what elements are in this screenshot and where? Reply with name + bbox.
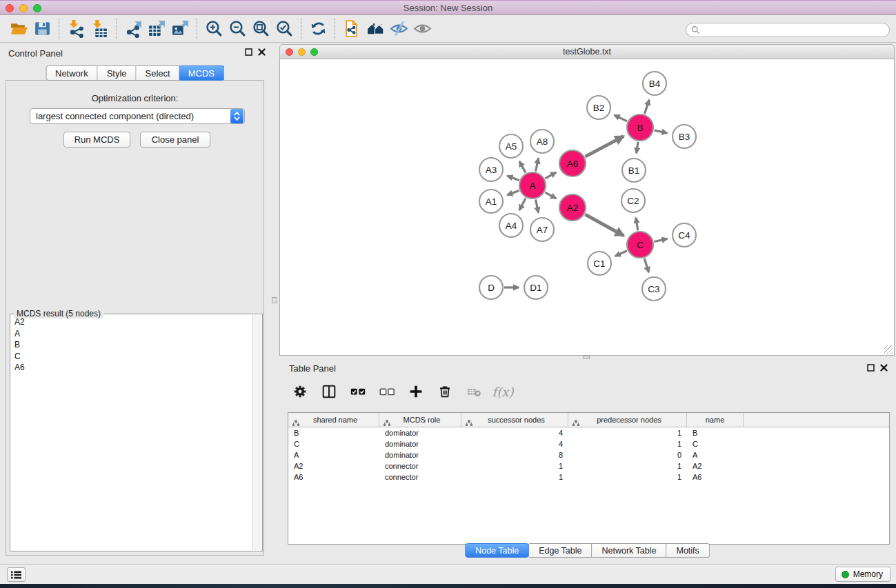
show-all-icon[interactable]: [410, 18, 434, 40]
close-panel-icon[interactable]: [880, 364, 888, 372]
zoom-fit-icon[interactable]: [249, 18, 272, 40]
table-cell[interactable]: 4: [461, 440, 568, 448]
graph-edge-A-A6[interactable]: [545, 172, 556, 179]
first-neighbors-icon[interactable]: [364, 18, 387, 40]
refresh-icon[interactable]: [306, 18, 330, 40]
graph-edge-C-C2[interactable]: [636, 218, 638, 231]
table-cell[interactable]: C: [687, 440, 744, 448]
table-cell[interactable]: A2: [288, 462, 379, 470]
memory-button[interactable]: Memory: [835, 567, 890, 582]
table-cell[interactable]: dominator: [379, 429, 461, 437]
column-header-predecessor-nodes[interactable]: predecessor nodes: [568, 413, 687, 427]
new-network-from-selection-icon[interactable]: [340, 18, 364, 40]
network-canvas[interactable]: AA1A3A5A8A4A7A6A2BB1B2B3B4CC1C2C3C4DD1: [279, 59, 895, 356]
graph-edge-A-A8[interactable]: [535, 158, 538, 171]
table-cell[interactable]: C: [288, 440, 379, 448]
import-network-icon[interactable]: [64, 18, 88, 40]
hide-selected-icon[interactable]: [387, 18, 410, 40]
tab-network[interactable]: Network: [46, 65, 98, 81]
table-cell[interactable]: 8: [461, 451, 568, 459]
table-cell[interactable]: dominator: [379, 440, 461, 448]
open-session-icon[interactable]: [7, 18, 30, 40]
table-cell[interactable]: 0: [568, 451, 687, 459]
table-cell[interactable]: B: [288, 429, 379, 437]
tab-edge-table[interactable]: Edge Table: [529, 543, 592, 558]
select-all-icon[interactable]: [348, 382, 368, 401]
graph-edge-A-A1[interactable]: [507, 191, 519, 196]
zoom-out-icon[interactable]: [226, 18, 249, 40]
column-header-successor-nodes[interactable]: successor nodes: [461, 413, 568, 427]
table-cell[interactable]: A6: [288, 473, 379, 481]
column-view-icon[interactable]: [319, 382, 339, 401]
list-item[interactable]: B: [12, 339, 252, 351]
table-cell[interactable]: dominator: [379, 451, 461, 459]
delete-table-icon[interactable]: [464, 382, 484, 401]
column-header-shared-name[interactable]: shared name: [288, 413, 379, 427]
frame-resize-grip[interactable]: [884, 345, 893, 354]
list-scrollbar[interactable]: [252, 315, 261, 550]
tab-node-table[interactable]: Node Table: [465, 543, 529, 558]
table-cell[interactable]: connector: [379, 473, 461, 481]
table-cell[interactable]: 1: [568, 440, 687, 448]
function-builder-icon[interactable]: f(x): [493, 382, 512, 401]
graph-edge-B-B2[interactable]: [615, 115, 628, 121]
list-item[interactable]: C: [12, 351, 252, 363]
table-cell[interactable]: 1: [568, 429, 687, 437]
export-image-icon[interactable]: [168, 18, 192, 40]
export-table-icon[interactable]: [145, 18, 168, 40]
table-cell[interactable]: A2: [687, 462, 744, 470]
float-panel-icon[interactable]: [867, 364, 875, 372]
graph-edge-A6-B[interactable]: [586, 136, 624, 157]
tab-style[interactable]: Style: [98, 65, 137, 81]
column-header-name[interactable]: name: [687, 413, 744, 427]
table-cell[interactable]: 1: [461, 462, 568, 470]
table-row[interactable]: Cdominator41C: [288, 438, 889, 449]
delete-column-icon[interactable]: [435, 382, 455, 401]
graph-edge-B-B4[interactable]: [645, 100, 650, 114]
task-history-button[interactable]: [7, 567, 26, 582]
import-table-icon[interactable]: [88, 18, 111, 40]
table-row[interactable]: Adominator80A: [288, 449, 889, 460]
table-row[interactable]: A6connector11A6: [288, 472, 889, 483]
deselect-all-icon[interactable]: [377, 382, 397, 401]
tab-motifs[interactable]: Motifs: [666, 543, 709, 558]
table-cell[interactable]: A: [687, 451, 744, 459]
table-cell[interactable]: 4: [461, 429, 568, 437]
graph-edge-C-C4[interactable]: [655, 239, 668, 241]
list-item[interactable]: A2: [12, 316, 252, 328]
add-column-icon[interactable]: [406, 382, 426, 401]
list-item[interactable]: A6: [12, 362, 252, 374]
tab-network-table[interactable]: Network Table: [593, 543, 667, 558]
table-cell[interactable]: 1: [568, 462, 687, 470]
table-cell[interactable]: B: [687, 429, 744, 437]
zoom-selected-icon[interactable]: [272, 18, 296, 40]
criterion-dropdown[interactable]: largest connected component (directed): [30, 108, 245, 124]
graph-edge-A-A4[interactable]: [519, 199, 526, 210]
settings-gear-icon[interactable]: [290, 382, 310, 401]
table-cell[interactable]: 1: [461, 473, 568, 481]
divider-grip[interactable]: [583, 356, 590, 359]
graph-edge-A-A3[interactable]: [507, 176, 519, 181]
tab-mcds[interactable]: MCDS: [179, 65, 224, 81]
zoom-in-icon[interactable]: [202, 18, 226, 40]
close-panel-icon[interactable]: [258, 48, 266, 56]
table-cell[interactable]: 1: [568, 473, 687, 481]
run-mcds-button[interactable]: Run MCDS: [63, 132, 130, 148]
mcds-result-list[interactable]: A2 A B C A6: [12, 316, 252, 549]
node-table[interactable]: shared nameMCDS rolesuccessor nodesprede…: [288, 412, 890, 545]
graph-edge-A-A7[interactable]: [535, 200, 538, 213]
tab-select[interactable]: Select: [137, 65, 180, 81]
graph-edge-C-C1[interactable]: [615, 251, 627, 256]
float-panel-icon[interactable]: [245, 48, 252, 56]
graph-edge-B-B1[interactable]: [637, 142, 638, 153]
vertical-split-divider[interactable]: [270, 43, 279, 564]
save-session-icon[interactable]: [30, 18, 54, 40]
search-input[interactable]: [686, 23, 890, 37]
table-row[interactable]: A2connector11A2: [288, 460, 889, 472]
table-cell[interactable]: A6: [687, 473, 744, 481]
export-network-icon[interactable]: [121, 18, 145, 40]
graph-edge-C-C3[interactable]: [644, 258, 648, 272]
graph-edge-A2-C[interactable]: [585, 214, 624, 236]
network-frame-titlebar[interactable]: testGlobe.txt: [279, 44, 895, 59]
table-cell[interactable]: A: [288, 451, 379, 459]
